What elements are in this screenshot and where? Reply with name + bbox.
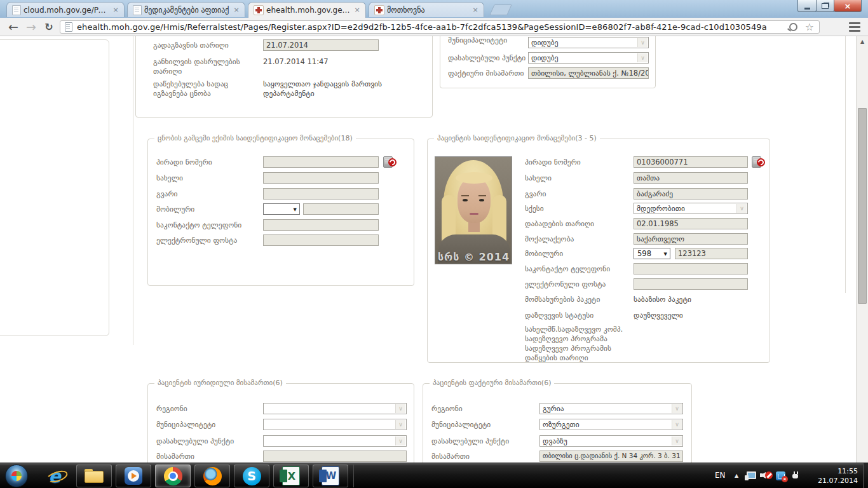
municipality-select[interactable]: ოზურგეთი ∨ [539,419,683,430]
address-bar[interactable]: ehealth.moh.gov.ge/Hmis/Referralstest/Pa… [60,20,820,34]
taskbar-clock[interactable]: 11:55 21.07.2014 [818,466,858,485]
scrollbar-thumb[interactable] [858,108,867,304]
mobile-prefix-select[interactable]: ▼ [263,203,300,215]
birth-date-field[interactable]: 02.01.1985 [634,218,748,229]
chevron-down-icon: ∨ [736,204,747,213]
service-package-value: საბაზისო პაკეტი [634,295,691,304]
window-minimize-button[interactable] [797,0,817,12]
taskbar-firefox-button[interactable] [194,464,230,487]
dropdown-arrow-icon: ▼ [664,252,667,257]
contact-phone-field[interactable] [263,219,379,231]
browser-tab-request[interactable]: მოთხოვნა × [369,2,484,17]
page-icon [65,22,72,32]
start-button[interactable] [5,464,28,487]
browser-tab-ehealth-active[interactable]: ehealth.moh.gov.ge/Hmis × [248,2,366,18]
page-content: გადაგზავნის თარიღი 21.07.2014 განხილვის … [0,36,868,463]
municipality-select[interactable]: ∨ [263,419,407,430]
internet-explorer-icon: e [49,466,61,487]
tab-close-icon[interactable]: × [471,6,480,15]
taskbar-word-button[interactable]: W [313,464,348,487]
tray-expand-icon[interactable]: ▲ [735,473,738,478]
last-name-label: გვარი [156,189,178,199]
last-name-field[interactable]: ბაძგარაძე [634,188,748,200]
container-right-border [845,36,846,293]
vertical-scrollbar[interactable]: ▲ [856,36,868,463]
address-label: მისამართი [156,452,194,461]
clear-person-icon[interactable] [383,156,397,168]
email-field[interactable] [634,278,748,290]
taskbar-excel-button[interactable]: X [273,464,309,487]
municipality-select[interactable]: დიდუბე ∨ [528,37,649,48]
window-restore-button[interactable] [816,0,834,12]
contact-phone-field[interactable] [634,263,748,274]
personal-number-field[interactable]: 01036000771 [634,156,748,168]
settlement-select[interactable]: დიდუბე ∨ [528,52,649,64]
referral-info-panel: გადაგზავნის თარიღი 21.07.2014 განხილვის … [135,25,433,118]
browser-tab-medicaments[interactable]: მედიკამენტები აფთიაქ × [127,2,245,17]
forward-button[interactable]: → [23,18,39,36]
taskbar-explorer-button[interactable] [76,464,112,487]
address-field[interactable] [263,451,407,462]
tab-close-icon[interactable]: × [353,6,362,15]
tab-close-icon[interactable]: × [111,6,120,15]
left-empty-panel [0,39,109,336]
network-icon[interactable] [745,471,756,480]
insurance-status-value: დაუზღვეველი [634,311,683,320]
last-name-label: გვარი [525,189,546,199]
new-tab-button[interactable] [489,4,512,15]
email-label: ელექტრონული ფოსტა [525,280,606,289]
chrome-menu-icon[interactable] [848,22,862,32]
volume-muted-icon[interactable] [760,471,773,480]
citizenship-field[interactable]: საქართველო [634,233,748,245]
chevron-down-icon: ∨ [672,420,682,429]
tab-close-icon[interactable]: × [232,6,241,15]
region-select[interactable]: გურია ∨ [539,403,683,414]
settlement-select[interactable]: დვაბზუ ∨ [539,435,683,447]
clear-person-icon[interactable] [752,156,765,168]
first-name-field[interactable]: თამთა [634,172,748,184]
personal-number-field[interactable] [263,156,379,168]
show-desktop-button[interactable] [863,463,868,488]
first-name-label: სახელი [156,173,183,183]
insurance-company-label: სახელმწ.სადაზღვევო კომპ. [525,325,623,334]
chevron-down-icon: ∨ [395,404,405,413]
settlement-label: დასახლებული პუნქტი [431,437,509,446]
sex-label: სქესი [525,204,544,214]
browser-tab-cloud[interactable]: cloud.moh.gov.ge/Pages/ × [6,2,125,17]
sex-select[interactable]: მდედრობითი ∨ [634,203,748,214]
taskbar-media-player-button[interactable] [116,464,151,487]
scroll-up-icon[interactable]: ▲ [857,36,868,47]
last-name-field[interactable] [263,188,379,200]
taskbar-skype-button[interactable]: S [234,464,269,487]
window-close-button[interactable]: × [834,0,862,12]
mobile-prefix-select[interactable]: 598 ▼ [634,248,670,259]
settlement-select[interactable]: ∨ [263,435,407,447]
first-name-field[interactable] [263,172,379,184]
bookmark-star-icon[interactable]: ☆ [805,21,814,33]
contact-phone-label: საკონტაქტო ტელეფონი [525,264,610,274]
actual-address-field[interactable]: თბილისი, ლუბლიანას ქ. №18/20 [528,67,649,79]
tab-title: მედიკამენტები აფთიაქ [144,6,229,15]
power-plug-icon[interactable] [790,471,799,480]
email-field[interactable] [263,234,379,246]
taskbar-ie-button[interactable]: e [37,464,72,487]
windows-taskbar: e S X W EN ▲ × 11:55 21.07.2014 [0,463,868,488]
excel-icon: X [282,466,300,485]
patient-photo: სრს © 2014 [435,156,512,264]
sent-date-field[interactable]: 21.07.2014 [263,39,379,51]
address-field[interactable]: თბილისი ც.დადიანის ქ. N 34 კორ. 3 ბ. 31 [539,451,683,462]
mobile-number-field[interactable] [303,203,379,215]
zoom-search-icon[interactable] [789,23,797,31]
taskbar-chrome-button[interactable] [155,464,191,487]
mobile-number-field[interactable]: 123123 [675,248,748,259]
refresh-button[interactable]: ↻ [41,18,57,36]
dropbox-error-icon[interactable]: × [776,471,785,480]
service-package-label: მომსახურების პაკეტი [525,295,600,304]
container-left-border [133,36,133,345]
back-button[interactable]: ← [5,18,22,36]
url-text: ehealth.moh.gov.ge/Hmis/Referralstest/Pa… [77,22,789,32]
photo-watermark: სრს © 2014 [438,251,510,263]
region-select[interactable]: ∨ [263,403,407,414]
language-indicator[interactable]: EN [715,471,726,480]
review-end-value: 21.07.2014 11:47 [263,57,422,67]
